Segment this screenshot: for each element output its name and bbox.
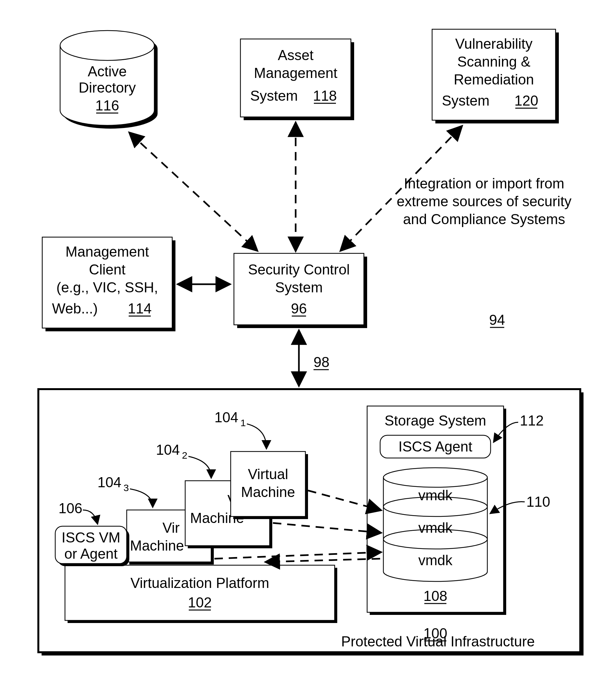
active-directory-ref: 116 [95, 97, 119, 113]
iscs-agent-ref: 112 [520, 413, 544, 428]
link-ref-98: 98 [313, 354, 329, 370]
security-control-system-block: Security Control System 96 [234, 253, 367, 328]
svg-point-7 [60, 30, 154, 61]
protected-virtual-infrastructure: Protected Virtual Infrastructure Virtual… [38, 389, 584, 656]
vulnerability-block: Vulnerability Scanning & Remediation Sys… [432, 29, 559, 124]
svg-text:104: 104 [97, 474, 121, 490]
vuln-l2: Scanning & [457, 53, 530, 69]
iscs-vm-l2: or Agent [64, 546, 117, 562]
virt-platform-label: Virtualization Platform [130, 575, 269, 591]
asset-mgmt-l1: Asset [278, 47, 313, 63]
vm3-l1: Vir [162, 520, 180, 536]
svg-text:1: 1 [240, 417, 246, 428]
virtualization-platform-block: Virtualization Platform 102 [65, 565, 337, 623]
vmdk-stack-ref: 108 [423, 588, 447, 604]
iscs-agent-label: ISCS Agent [398, 439, 472, 455]
mgmt-client-l3: (e.g., VIC, SSH, [57, 279, 158, 295]
storage-system-label: Storage System [384, 413, 486, 428]
scs-ref: 96 [291, 301, 307, 316]
active-directory-label-2: Directory [79, 80, 136, 95]
storage-system-block: Storage System ISCS Agent vmdk vmdk vmdk… [367, 406, 506, 615]
svg-point-51 [383, 468, 487, 487]
svg-rect-26 [65, 565, 335, 620]
asset-mgmt-l3: System [250, 88, 298, 104]
vmdk-stack: vmdk vmdk vmdk [383, 468, 487, 581]
svg-text:106: 106 [59, 500, 82, 516]
asset-mgmt-ref: 118 [313, 88, 336, 104]
vmdk-2: vmdk [418, 520, 453, 536]
scs-l2: System [275, 279, 323, 295]
connector-ad-scs [130, 133, 257, 250]
mgmt-client-l1: Management [66, 244, 149, 260]
mgmt-client-ref: 114 [128, 301, 151, 316]
iscs-vm-agent-block: ISCS VM or Agent [55, 526, 129, 566]
vm3-l2: Machine [130, 537, 184, 554]
integration-note: Integration or import from extreme sourc… [397, 175, 571, 227]
scs-l1: Security Control [248, 262, 350, 278]
active-directory-block: Active Directory 116 [60, 30, 158, 129]
vuln-l4: System [442, 93, 490, 109]
svg-text:3: 3 [124, 482, 129, 493]
svg-text:104: 104 [156, 442, 180, 458]
vm1-l2: Machine [241, 484, 295, 500]
vuln-l1: Vulnerability [455, 36, 532, 52]
diagram-outer-ref: 94 [489, 312, 505, 328]
vmdk-1: vmdk [418, 487, 453, 503]
vuln-l3: Remediation [454, 71, 534, 87]
asset-mgmt-l2: Management [254, 65, 337, 81]
storage-system-ref: 100 [423, 625, 447, 641]
iscs-vm-l1: ISCS VM [62, 529, 120, 546]
integration-note-l3: and Compliance Systems [403, 211, 565, 227]
vmdk-side-ref: 110 [526, 494, 550, 510]
asset-management-block: Asset Management System 118 [240, 39, 354, 120]
svg-text:104: 104 [215, 409, 238, 425]
integration-note-l2: extreme sources of security [397, 193, 571, 209]
mgmt-client-l2: Client [89, 262, 126, 278]
mgmt-client-l4: Web...) [52, 301, 98, 316]
vuln-ref: 120 [514, 93, 538, 109]
virt-platform-ref: 102 [188, 594, 212, 610]
management-client-block: Management Client (e.g., VIC, SSH, Web..… [42, 237, 175, 331]
active-directory-label-1: Active [88, 63, 127, 79]
svg-text:2: 2 [182, 450, 188, 461]
vm1-l1: Virtual [248, 466, 288, 482]
virtual-machine-1: Virtual Machine [231, 451, 308, 519]
vmdk-3: vmdk [418, 552, 453, 568]
integration-note-l1: Integration or import from [404, 175, 564, 191]
diagram-canvas: Active Directory 116 Asset Management Sy… [0, 0, 616, 687]
